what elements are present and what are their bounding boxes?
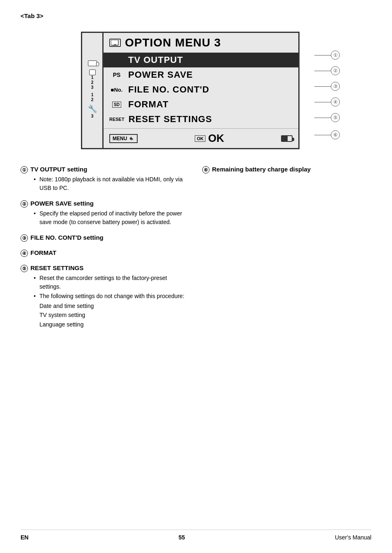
- section-file-no: ③ FILE NO. CONT'D setting: [21, 234, 190, 242]
- format-section-label: FORMAT: [30, 249, 56, 256]
- callout-area: ① ② ③ ④ ⑤: [314, 47, 340, 143]
- bottom-center: OK OK: [195, 132, 224, 145]
- camera-icon: [88, 60, 97, 66]
- circle-1: ①: [21, 166, 28, 174]
- menu-item-reset[interactable]: RESET RESET SETTINGS: [104, 112, 298, 127]
- photo-icon: [89, 69, 96, 75]
- format-icon: SD: [109, 102, 124, 108]
- callout-6: ⑥: [314, 127, 340, 143]
- content-grid: ① TV OUTPUT setting Note: 1080p playback…: [21, 166, 371, 336]
- circle-3: ③: [21, 234, 28, 242]
- battery-level: [282, 136, 288, 141]
- menu-title-text: OPTION MENU 3: [125, 36, 221, 49]
- reset-bullet-1: Reset the camcorder settings to the fact…: [34, 274, 190, 291]
- callout-line-6: [314, 135, 331, 135]
- icon-num-2: 2: [91, 80, 94, 85]
- battery-section-label: Remaining battery charge display: [212, 166, 311, 173]
- callout-1: ①: [314, 47, 340, 63]
- callout-line-1: [314, 55, 331, 56]
- sub-item-date: Date and time setting: [39, 301, 190, 310]
- section-battery-title: ⑥ Remaining battery charge display: [202, 166, 371, 174]
- menu-title-icon: [109, 39, 121, 47]
- menu-left-icons: 1 2 3 1 2 🔧 3: [81, 32, 102, 149]
- callout-circle-2: ②: [331, 66, 340, 75]
- bottom-left: MENU: [109, 134, 138, 143]
- ok-badge: OK: [195, 135, 206, 142]
- menu-button[interactable]: MENU: [109, 134, 138, 143]
- menu-button-label: MENU: [113, 136, 127, 141]
- reset-bullets: Reset the camcorder settings to the fact…: [34, 274, 190, 301]
- section-format-title: ④ FORMAT: [21, 249, 190, 257]
- reset-sub-items: Date and time setting TV system setting …: [39, 301, 190, 329]
- reset-label: RESET SETTINGS: [129, 114, 212, 125]
- callout-4: ④: [314, 94, 340, 110]
- file-no-label: FILE NO. CONT'D: [128, 84, 209, 95]
- wrench-icon: 🔧: [88, 105, 97, 114]
- file-no-icon: ■No.: [109, 87, 124, 93]
- callout-5: ⑤: [314, 110, 340, 125]
- callout-circle-6: ⑥: [331, 130, 340, 139]
- svg-rect-2: [112, 45, 118, 46]
- tv-output-section-label: TV OUTPUT setting: [30, 166, 87, 173]
- footer-page-num: 55: [178, 534, 185, 541]
- callout-line-4: [314, 102, 331, 102]
- icon-num-1: 1: [91, 75, 94, 80]
- menu-container: 1 2 3 1 2 🔧 3: [81, 32, 311, 149]
- menu-item-power-save[interactable]: PS POWER SAVE: [104, 67, 298, 82]
- icon-num-set2-2: 2: [91, 97, 94, 102]
- left-col: ① TV OUTPUT setting Note: 1080p playback…: [21, 166, 190, 336]
- bottom-right: [281, 135, 293, 142]
- reset-icon: RESET: [109, 117, 125, 122]
- callout-line-5: [314, 118, 331, 118]
- photo-icon-group: 1 2 3: [89, 69, 96, 90]
- section-reset-title: ⑤ RESET SETTINGS: [21, 264, 190, 272]
- power-save-bullets: Specify the elapsed period of inactivity…: [34, 209, 190, 227]
- footer-title: User's Manual: [335, 534, 371, 541]
- menu-item-file-no[interactable]: ■No. FILE NO. CONT'D: [104, 82, 298, 97]
- footer-lang: EN: [21, 534, 28, 541]
- section-reset: ⑤ RESET SETTINGS Reset the camcorder set…: [21, 264, 190, 329]
- power-save-label: POWER SAVE: [128, 69, 193, 80]
- ok-label: OK: [208, 132, 224, 145]
- reset-bullet-2: The following settings do not change wit…: [34, 292, 190, 301]
- page-footer: EN 55 User's Manual: [21, 530, 371, 541]
- callout-line-2: [314, 71, 331, 71]
- section-power-save-title: ② POWER SAVE setting: [21, 200, 190, 208]
- icon-num-3: 3: [91, 85, 94, 90]
- menu-item-format[interactable]: SD FORMAT: [104, 97, 298, 112]
- icon-num-3b: 3: [91, 114, 94, 119]
- section-battery: ⑥ Remaining battery charge display: [202, 166, 371, 174]
- menu-image-area: 1 2 3 1 2 🔧 3: [21, 32, 371, 149]
- tv-output-label: TV OUTPUT: [128, 55, 183, 65]
- section-tv-output-title: ① TV OUTPUT setting: [21, 166, 190, 174]
- sub-item-tv: TV system setting: [39, 310, 190, 319]
- power-save-icon: PS: [109, 72, 124, 78]
- circle-5: ⑤: [21, 265, 28, 272]
- page-container: <Tab 3> 1 2 3: [0, 0, 392, 377]
- callout-circle-1: ①: [331, 51, 340, 60]
- section-tv-output: ① TV OUTPUT setting Note: 1080p playback…: [21, 166, 190, 192]
- reset-section-label: RESET SETTINGS: [30, 264, 83, 271]
- callout-circle-3: ③: [331, 82, 340, 91]
- wrench-icon-group: 🔧 3: [88, 105, 97, 119]
- callout-circle-5: ⑤: [331, 113, 340, 122]
- section-format: ④ FORMAT: [21, 249, 190, 257]
- file-no-section-label: FILE NO. CONT'D setting: [30, 234, 104, 241]
- camera-icon-group: [88, 60, 97, 67]
- callout-circle-4: ④: [331, 97, 340, 106]
- menu-box: OPTION MENU 3 TV OUTPUT PS POWER SAVE: [102, 32, 300, 149]
- tab-header: <Tab 3>: [21, 12, 371, 19]
- callout-3: ③: [314, 79, 340, 94]
- battery-icon: [281, 135, 293, 142]
- circle-4: ④: [21, 250, 28, 257]
- power-save-section-label: POWER SAVE setting: [30, 200, 94, 207]
- power-save-bullet-1: Specify the elapsed period of inactivity…: [34, 209, 190, 227]
- icon-num-set2-1: 1: [91, 93, 94, 97]
- sub-item-lang: Language setting: [39, 320, 190, 329]
- section-file-no-title: ③ FILE NO. CONT'D setting: [21, 234, 190, 242]
- tv-output-bullets: Note: 1080p playback is not available vi…: [34, 175, 190, 192]
- menu-outer: 1 2 3 1 2 🔧 3: [81, 32, 311, 149]
- right-col: ⑥ Remaining battery charge display: [202, 166, 371, 336]
- menu-item-tv-output[interactable]: TV OUTPUT: [104, 53, 298, 67]
- menu-title-bar: OPTION MENU 3: [104, 33, 298, 53]
